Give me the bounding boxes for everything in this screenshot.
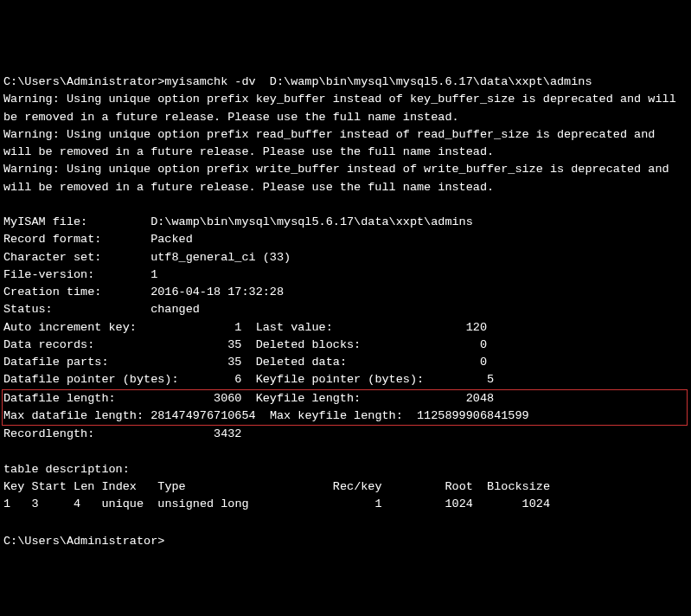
info-line: File-version: 1 [3,268,157,281]
info-line: Datafile pointer (bytes): 6 Keyfile poin… [3,373,494,386]
table-row: 1 3 4 unique unsigned long 1 1024 1024 [3,497,550,510]
info-line: Record format: Packed [3,233,193,246]
entered-command: myisamchk -dv D:\wamp\bin\mysql\mysql5.6… [164,75,592,88]
warning-message: Warning: Using unique option prefix read… [3,128,662,158]
table-header-row: Key Start Len Index Type Rec/key Root Bl… [3,480,550,493]
warning-message: Warning: Using unique option prefix writ… [3,163,676,193]
info-line: Max datafile length: 281474976710654 Max… [3,409,529,422]
info-line: Creation time: 2016-04-18 17:32:28 [3,286,284,298]
terminal-output: C:\Users\Administrator>myisamchk -dv D:\… [3,75,688,548]
info-line: Recordlength: 3432 [3,427,241,440]
cursor-icon [164,531,171,544]
info-line: Datafile length: 3060 Keyfile length: 20… [3,392,494,405]
info-line: Data records: 35 Deleted blocks: 0 [3,338,487,351]
highlighted-region: Datafile length: 3060 Keyfile length: 20… [2,389,688,427]
info-line: Auto increment key: 1 Last value: 120 [3,321,487,334]
info-line: MyISAM file: D:\wamp\bin\mysql\mysql5.6.… [3,215,473,228]
command-prompt[interactable]: C:\Users\Administrator> [3,535,171,548]
warning-message: Warning: Using unique option prefix key_… [3,93,683,123]
info-line: Status: changed [3,303,200,316]
info-line: Datafile parts: 35 Deleted data: 0 [3,356,487,369]
info-line: Character set: utf8_general_ci (33) [3,251,291,264]
table-description-label: table description: [3,463,130,476]
command-prompt: C:\Users\Administrator>myisamchk -dv D:\… [3,75,592,88]
